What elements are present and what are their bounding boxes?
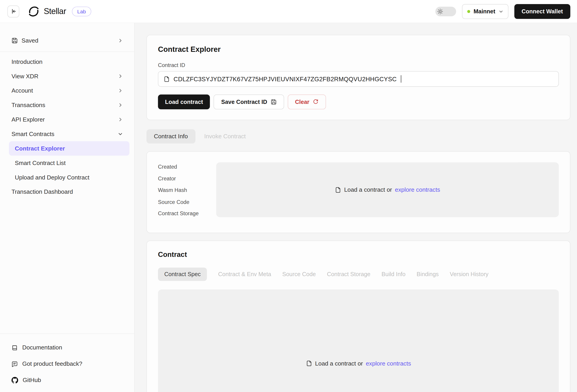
theme-toggle[interactable]: [435, 6, 456, 16]
contract-id-input[interactable]: CDLZFC3SYJYDZT7K67VZ75HPJVIEUVNIXF47ZG2F…: [158, 71, 559, 87]
chevron-right-icon: [118, 117, 123, 122]
sidebar-item-contract-explorer[interactable]: Contract Explorer: [9, 141, 129, 156]
chevron-right-icon: [118, 88, 123, 93]
save-contract-id-label: Save Contract ID: [221, 99, 267, 105]
sidebar-item-saved[interactable]: Saved: [6, 33, 128, 48]
sidebar-item-api-explorer[interactable]: API Explorer: [6, 112, 128, 127]
collapse-sidebar-button[interactable]: [7, 5, 19, 17]
tab-contract-spec[interactable]: Contract Spec: [158, 267, 207, 281]
info-empty-state: Load a contract or explore contracts: [216, 162, 559, 217]
tab-contract-info[interactable]: Contract Info: [146, 129, 195, 143]
chevron-right-icon: [118, 103, 123, 107]
sidebar-item-transactions[interactable]: Transactions: [6, 98, 128, 112]
explore-contracts-link[interactable]: explore contracts: [395, 187, 440, 193]
sidebar-item-label: Contract Explorer: [15, 145, 65, 152]
save-icon: [12, 37, 18, 44]
chevron-right-icon: [118, 74, 123, 79]
info-tabs: Contract Info Invoke Contract: [146, 129, 571, 143]
stellar-logo-icon: [27, 5, 40, 18]
sidebar-item-label: Introduction: [12, 58, 42, 65]
tab-invoke-contract[interactable]: Invoke Contract: [204, 133, 246, 140]
refresh-icon: [313, 99, 319, 105]
sidebar-item-label: GitHub: [23, 377, 41, 383]
sidebar-footer: Documentation Got product feedback?: [0, 334, 134, 392]
field-label-contract-storage: Contract Storage: [158, 210, 216, 217]
empty-state-text: Load a contract or: [344, 187, 392, 193]
chevron-down-icon: [499, 9, 503, 14]
sidebar-item-label: Smart Contract List: [15, 160, 66, 166]
sidebar-item-label: Documentation: [22, 344, 62, 351]
sidebar-item-label: Transactions: [12, 102, 45, 108]
sidebar-item-label: Got product feedback?: [22, 360, 82, 367]
contract-info-fields: Created Creator Wasm Hash Source Code Co…: [158, 162, 216, 222]
chevron-right-icon: [118, 38, 123, 43]
tab-contract-env-meta[interactable]: Contract & Env Meta: [218, 271, 271, 277]
contract-empty-state: Load a contract or explore contracts: [158, 289, 559, 392]
sidebar-item-github[interactable]: GitHub: [6, 372, 128, 388]
sun-icon: [437, 8, 443, 14]
contract-tabs: Contract Spec Contract & Env Meta Source…: [158, 267, 559, 281]
sidebar-item-label: Upload and Deploy Contract: [15, 174, 89, 181]
clear-label: Clear: [295, 99, 310, 105]
chevron-down-icon: [118, 131, 123, 136]
contract-id-value: CDLZFC3SYJYDZT7K67VZ75HPJVIEUVNIXF47ZG2F…: [174, 75, 397, 82]
sidebar-item-upload-deploy-contract[interactable]: Upload and Deploy Contract: [9, 170, 129, 185]
top-header: Stellar Lab Mainnet Connect Wallet: [0, 0, 577, 23]
explore-contracts-link[interactable]: explore contracts: [366, 360, 411, 367]
field-label-creator: Creator: [158, 175, 216, 182]
empty-state-message: Load a contract or explore contracts: [306, 360, 411, 367]
tab-source-code[interactable]: Source Code: [282, 271, 316, 277]
divider: [0, 52, 134, 52]
sidebar-item-account[interactable]: Account: [6, 83, 128, 98]
sidebar-item-transaction-dashboard[interactable]: Transaction Dashboard: [6, 184, 128, 199]
sidebar-item-label: API Explorer: [12, 116, 45, 123]
lab-badge: Lab: [72, 6, 91, 16]
field-label-source-code: Source Code: [158, 198, 216, 205]
tab-bindings[interactable]: Bindings: [417, 271, 439, 277]
app-root: Stellar Lab Mainnet Connect Wallet: [0, 0, 577, 392]
sidebar-item-label: Smart Contracts: [12, 131, 54, 137]
contract-explorer-card: Contract Explorer Contract ID CDLZFC3SYJ…: [146, 35, 571, 120]
brand-name: Stellar: [44, 6, 66, 16]
sidebar-item-smart-contract-list[interactable]: Smart Contract List: [9, 156, 129, 170]
empty-state-text: Load a contract or: [315, 360, 363, 367]
sidebar-item-smart-contracts[interactable]: Smart Contracts: [6, 127, 128, 141]
network-status-dot: [467, 10, 470, 13]
stellar-logo-home-link[interactable]: Stellar: [27, 5, 66, 18]
sidebar-item-documentation[interactable]: Documentation: [6, 339, 128, 356]
field-label-created: Created: [158, 163, 216, 170]
clear-button[interactable]: Clear: [288, 95, 326, 110]
page-title: Contract Explorer: [158, 45, 559, 54]
main-content: Contract Explorer Contract ID CDLZFC3SYJ…: [135, 23, 577, 392]
load-contract-button[interactable]: Load contract: [158, 95, 210, 110]
contract-card: Contract Contract Spec Contract & Env Me…: [146, 240, 571, 392]
header-actions: Mainnet Connect Wallet: [435, 4, 571, 19]
contract-card-title: Contract: [158, 250, 559, 259]
network-label: Mainnet: [473, 8, 495, 14]
sidebar-item-feedback[interactable]: Got product feedback?: [6, 356, 128, 372]
sidebar-item-label: Transaction Dashboard: [12, 189, 73, 195]
contract-icon: [335, 187, 341, 193]
save-contract-id-button[interactable]: Save Contract ID: [214, 95, 284, 110]
sidebar-item-introduction[interactable]: Introduction: [6, 55, 128, 69]
tab-contract-storage[interactable]: Contract Storage: [327, 271, 370, 277]
save-icon: [271, 99, 277, 105]
tab-build-info[interactable]: Build Info: [382, 271, 406, 277]
sidebar-item-label: View XDR: [12, 73, 38, 79]
field-label-wasm-hash: Wasm Hash: [158, 187, 216, 193]
sidebar-item-view-xdr[interactable]: View XDR: [6, 69, 128, 84]
github-icon: [12, 377, 18, 383]
sidebar-item-label: Account: [12, 87, 33, 94]
network-selector[interactable]: Mainnet: [462, 4, 508, 19]
connect-wallet-button[interactable]: Connect Wallet: [514, 4, 571, 19]
contract-icon: [306, 360, 312, 367]
sidebar-nav: Saved Introduction View XDR Account: [0, 23, 134, 199]
contract-id-label: Contract ID: [158, 62, 559, 68]
empty-state-message: Load a contract or explore contracts: [335, 187, 440, 193]
explorer-actions: Load contract Save Contract ID Clear: [158, 95, 559, 110]
collapse-sidebar-icon: [10, 8, 17, 14]
tab-version-history[interactable]: Version History: [450, 271, 488, 277]
contract-icon: [164, 76, 170, 82]
feedback-icon: [12, 361, 18, 367]
sidebar: Saved Introduction View XDR Account: [0, 23, 135, 392]
